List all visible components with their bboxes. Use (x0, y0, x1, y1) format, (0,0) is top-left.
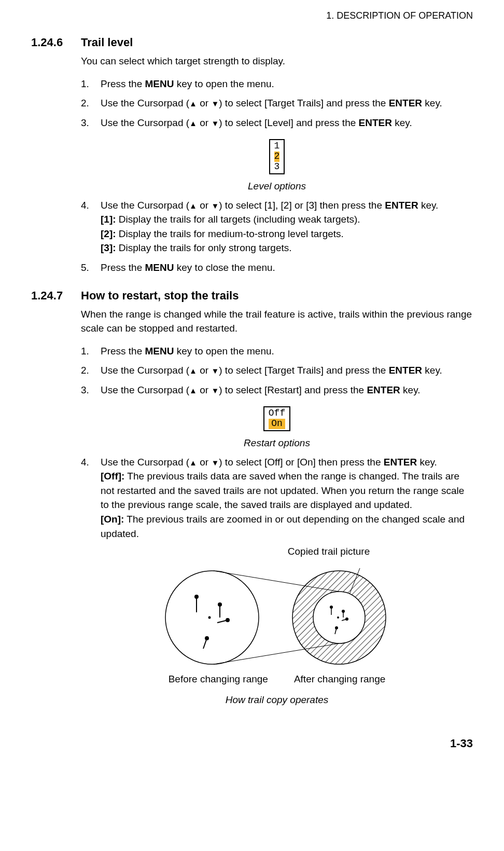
trail-copy-diagram (158, 566, 396, 669)
step-text: key. (400, 385, 421, 395)
down-triangle-icon (211, 117, 219, 128)
up-triangle-icon (189, 200, 197, 211)
page-number: 1-33 (31, 737, 473, 750)
up-triangle-icon (189, 385, 197, 395)
down-triangle-icon (211, 365, 219, 376)
level-options-box: 1 2 3 (269, 139, 285, 174)
step-text: ) to select [Off] or [On] then press the (219, 457, 384, 468)
step-number: 3. (81, 116, 101, 130)
intro-paragraph: When the range is changed while the trai… (81, 308, 473, 335)
step-item: 1. Press the MENU key to open the menu. (81, 344, 473, 359)
step-item: 2. Use the Cursorpad ( or ) to select [T… (81, 363, 473, 378)
step-text: Press the (101, 262, 145, 273)
step-text: Use the Cursorpad ( (101, 117, 189, 128)
figure-caption: Level options (81, 181, 473, 192)
option-label: [2]: (101, 228, 116, 239)
menu-option-selected: On (269, 419, 285, 429)
step-text: Use the Cursorpad ( (101, 98, 189, 108)
step-text: Use the Cursorpad ( (101, 385, 189, 395)
option-desc: Display the trails for all targets (incl… (116, 214, 360, 225)
step-item: 5. Press the MENU key to close the menu. (81, 260, 473, 275)
option-label: [3]: (101, 242, 116, 253)
figure-caption: How trail copy operates (81, 694, 473, 706)
step-text: key to close the menu. (174, 262, 275, 273)
key-name: ENTER (389, 98, 422, 108)
key-name: ENTER (384, 457, 417, 468)
step-text: or (197, 457, 211, 468)
step-text: Use the Cursorpad ( (101, 457, 189, 468)
key-name: ENTER (389, 365, 422, 376)
key-name: ENTER (385, 200, 418, 211)
menu-option: 1 (274, 141, 280, 152)
option-desc: The previous trails data are saved when … (101, 471, 464, 510)
step-text: or (197, 365, 211, 376)
step-number: 1. (81, 344, 101, 359)
up-triangle-icon (189, 457, 197, 468)
step-item: 4. Use the Cursorpad ( or ) to select [O… (81, 455, 473, 541)
key-name: MENU (145, 78, 174, 89)
step-text: or (197, 98, 211, 108)
step-text: key. (422, 365, 442, 376)
step-text: key. (417, 457, 437, 468)
menu-option: 3 (274, 162, 280, 172)
step-number: 5. (81, 260, 101, 275)
step-item: 4. Use the Cursorpad ( or ) to select [1… (81, 198, 473, 255)
step-text: key to open the menu. (174, 346, 274, 356)
step-text: ) to select [1], [2] or [3] then press t… (219, 200, 385, 211)
step-number: 4. (81, 455, 101, 541)
intro-paragraph: You can select which target strength to … (81, 54, 473, 68)
step-text: Use the Cursorpad ( (101, 200, 189, 211)
diagram-right-label: After changing range (294, 674, 385, 685)
section-number: 1.24.6 (31, 36, 81, 49)
step-text: ) to select [Level] and press the (219, 117, 358, 128)
up-triangle-icon (189, 117, 197, 128)
figure-caption: Restart options (81, 437, 473, 449)
step-text: Press the (101, 78, 145, 89)
step-text: key. (392, 117, 412, 128)
section-number: 1.24.7 (31, 289, 81, 303)
down-triangle-icon (211, 385, 219, 395)
up-triangle-icon (189, 98, 197, 108)
up-triangle-icon (189, 365, 197, 376)
option-label: [Off]: (101, 471, 124, 482)
menu-option-selected: 2 (274, 152, 280, 162)
step-text: ) to select [Target Trails] and press th… (219, 98, 388, 108)
step-item: 3. Use the Cursorpad ( or ) to select [L… (81, 116, 473, 130)
step-item: 1. Press the MENU key to open the menu. (81, 77, 473, 91)
step-text: ) to select [Restart] and press the (219, 385, 367, 395)
down-triangle-icon (211, 200, 219, 211)
page-header: 1. DESCRIPTION OF OPERATION (31, 10, 473, 21)
option-desc: Display the trails for only strong targe… (116, 242, 292, 253)
diagram-left-label: Before changing range (169, 674, 268, 685)
section-title: Trail level (81, 36, 133, 49)
step-number: 1. (81, 77, 101, 91)
step-text: key to open the menu. (174, 78, 274, 89)
svg-point-0 (165, 571, 259, 664)
svg-point-17 (337, 616, 339, 619)
section-title: How to restart, stop the trails (81, 289, 239, 303)
key-name: ENTER (367, 385, 400, 395)
step-text: or (197, 385, 211, 395)
down-triangle-icon (211, 98, 219, 108)
svg-point-5 (208, 616, 211, 619)
key-name: MENU (145, 262, 174, 273)
option-label: [1]: (101, 214, 116, 225)
step-text: key. (418, 200, 439, 211)
step-item: 2. Use the Cursorpad ( or ) to select [T… (81, 96, 473, 111)
option-desc: Display the trails for medium-to-strong … (116, 228, 344, 239)
step-number: 2. (81, 96, 101, 111)
step-item: 3. Use the Cursorpad ( or ) to select [R… (81, 383, 473, 397)
step-number: 3. (81, 383, 101, 397)
menu-option: Off (269, 408, 285, 419)
restart-options-box: Off On (263, 406, 290, 431)
down-triangle-icon (211, 457, 219, 468)
step-text: Use the Cursorpad ( (101, 365, 189, 376)
step-text: or (197, 200, 211, 211)
key-name: ENTER (359, 117, 392, 128)
step-text: Press the (101, 346, 145, 356)
key-name: MENU (145, 346, 174, 356)
step-text: or (197, 117, 211, 128)
option-label: [On]: (101, 514, 124, 525)
diagram-top-label: Copied trail picture (185, 546, 473, 557)
option-desc: The previous trails are zoomed in or out… (101, 514, 465, 539)
